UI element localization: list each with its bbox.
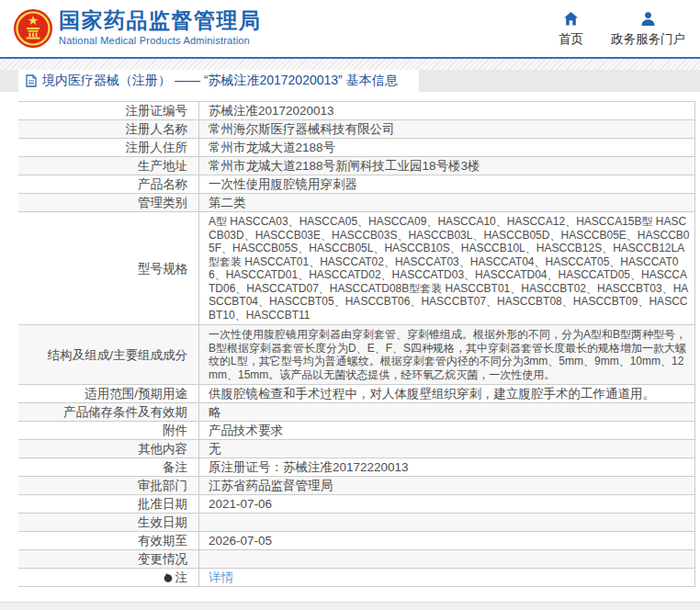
row-value: 无 xyxy=(199,440,694,458)
row-label: 变更情况 xyxy=(18,550,199,568)
details-link[interactable]: 详情 xyxy=(209,570,233,585)
row-label: 备注 xyxy=(18,458,199,476)
row-value: 详情 xyxy=(199,569,694,586)
row-label: 注册证编号 xyxy=(18,102,199,119)
row-label: 有效期至 xyxy=(18,532,199,549)
nav-item-service-portal[interactable]: 政务服务门户 xyxy=(611,11,685,48)
document-icon xyxy=(26,74,37,87)
row-value: 产品技术要求 xyxy=(199,422,694,439)
row-value: 略 xyxy=(199,403,694,421)
row-label: 其他内容 xyxy=(18,440,199,458)
table-row-cert-number: 注册证编号 苏械注准20172020013 xyxy=(18,101,694,119)
row-label: 管理类别 xyxy=(18,194,199,211)
row-label: 产品名称 xyxy=(18,175,199,193)
national-emblem-logo xyxy=(13,8,53,49)
nav-item-label: 首页 xyxy=(559,31,583,48)
row-value xyxy=(199,550,694,568)
row-label: 生效日期 xyxy=(18,514,199,531)
table-row-other-content: 其他内容 无 xyxy=(18,439,694,458)
breadcrumb: 境内医疗器械（注册） —— “苏械注准20172020013” 基本信息 xyxy=(18,70,419,92)
table-row-approval-date: 批准日期 2021-07-06 xyxy=(18,494,694,513)
nav-item-home[interactable]: 首页 xyxy=(559,11,583,48)
table-row-valid-until: 有效期至 2026-07-05 xyxy=(18,531,694,549)
table-row-registrant-name: 注册人名称 常州海尔斯医疗器械科技有限公司 xyxy=(18,119,694,138)
row-label: 生产地址 xyxy=(18,157,199,175)
user-icon xyxy=(640,11,656,27)
footer-band xyxy=(0,602,700,610)
table-row-intended-use: 适用范围/预期用途 供腹腔镜检查和手术过程中，对人体腹壁组织穿刺，建立腹腔手术的… xyxy=(18,384,694,402)
registration-detail-table: 注册证编号 苏械注准20172020013 注册人名称 常州海尔斯医疗器械科技有… xyxy=(18,101,695,587)
row-value: 原注册证号：苏械注准20172220013 xyxy=(199,458,694,476)
row-label: 注册人名称 xyxy=(18,120,199,138)
table-row-remarks: 备注 原注册证号：苏械注准20172220013 xyxy=(18,458,694,476)
row-value: 常州海尔斯医疗器械科技有限公司 xyxy=(199,120,694,138)
table-row-model-specs: 型号规格 A型 HASCCA03、HASCCA05、HASCCA09、HASCC… xyxy=(18,211,694,324)
nav-item-label: 政务服务门户 xyxy=(611,31,685,48)
row-label: 型号规格 xyxy=(18,212,199,324)
row-value: 一次性使用腹腔镜用穿刺器由穿刺套管、穿刺锥组成。根据外形的不同，分为A型和B型两… xyxy=(199,325,694,384)
row-label: 产品储存条件及有效期 xyxy=(18,403,199,421)
row-value xyxy=(199,514,694,531)
row-value: 一次性使用腹腔镜用穿刺器 xyxy=(199,175,694,193)
row-label: 审批部门 xyxy=(18,477,199,494)
page-title: 境内医疗器械（注册） —— “苏械注准20172020013” 基本信息 xyxy=(42,73,398,89)
site-header: 国家药品监督管理局 National Medical Products Admi… xyxy=(0,0,700,57)
row-value: 常州市龙城大道2188号新闸科技工业园18号楼3楼 xyxy=(199,157,694,175)
table-row-approval-department: 审批部门 江苏省药品监督管理局 xyxy=(18,476,694,494)
row-label: 结构及组成/主要组成成分 xyxy=(18,325,199,384)
home-icon xyxy=(563,11,579,27)
row-value: 2026-07-05 xyxy=(199,532,694,549)
row-value: 供腹腔镜检查和手术过程中，对人体腹壁组织穿刺，建立腹腔手术的工作通道用。 xyxy=(199,385,694,402)
table-row-note: 注 详情 xyxy=(18,568,694,587)
row-value: A型 HASCCA03、HASCCA05、HASCCA09、HASCCA10、H… xyxy=(199,212,694,324)
row-label: 适用范围/预期用途 xyxy=(18,385,199,402)
row-label: 注 xyxy=(18,569,199,586)
row-label: 注册人住所 xyxy=(18,139,199,156)
table-row-structure-composition: 结构及组成/主要组成成分 一次性使用腹腔镜用穿刺器由穿刺套管、穿刺锥组成。根据外… xyxy=(18,324,694,384)
row-label-text: 注 xyxy=(175,570,188,585)
org-title-zh: 国家药品监督管理局 xyxy=(59,8,262,32)
row-value: 江苏省药品监督管理局 xyxy=(199,477,694,494)
table-row-change-status: 变更情况 xyxy=(18,549,694,568)
org-title-en: National Medical Products Administration xyxy=(59,35,262,46)
row-value: 常州市龙城大道2188号 xyxy=(199,139,694,156)
table-row-product-name: 产品名称 一次性使用腹腔镜用穿刺器 xyxy=(18,175,694,193)
top-nav: 首页 政务服务门户 xyxy=(559,11,685,48)
row-value: 苏械注准20172020013 xyxy=(199,102,694,119)
striped-band xyxy=(0,59,700,70)
balloon-icon xyxy=(164,572,173,583)
table-row-production-address: 生产地址 常州市龙城大道2188号新闸科技工业园18号楼3楼 xyxy=(18,156,694,175)
row-value: 2021-07-06 xyxy=(199,495,694,513)
table-row-effective-date: 生效日期 xyxy=(18,513,694,531)
table-row-registrant-address: 注册人住所 常州市龙城大道2188号 xyxy=(18,138,694,156)
table-row-storage-conditions: 产品储存条件及有效期 略 xyxy=(18,402,694,421)
breadcrumb-bar: 境内医疗器械（注册） —— “苏械注准20172020013” 基本信息 xyxy=(0,70,700,92)
row-label: 批准日期 xyxy=(18,495,199,513)
spacer xyxy=(0,92,700,101)
table-row-management-class: 管理类别 第二类 xyxy=(18,193,694,211)
table-row-attachment: 附件 产品技术要求 xyxy=(18,421,694,439)
row-value: 第二类 xyxy=(199,194,694,211)
row-label: 附件 xyxy=(18,422,199,439)
